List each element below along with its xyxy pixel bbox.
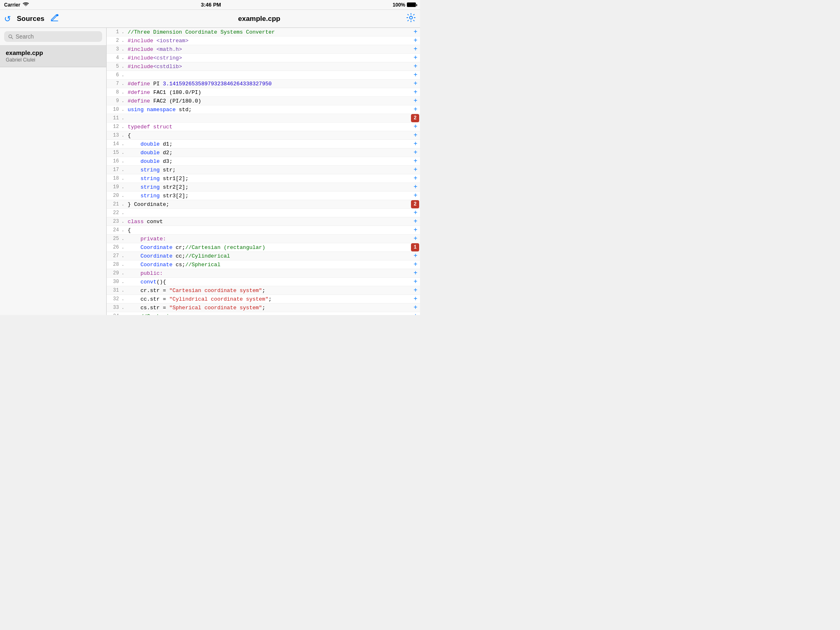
line-dot: . — [121, 176, 128, 181]
line-badge: 2 — [411, 114, 419, 122]
add-line-button[interactable]: + — [411, 252, 420, 260]
add-line-button[interactable]: + — [411, 209, 420, 217]
line-number: 27 — [107, 253, 121, 259]
line-content: using namespace std; — [128, 106, 411, 113]
code-line: 13.{+ — [107, 131, 420, 140]
add-line-button[interactable]: + — [411, 63, 420, 70]
annotate-button[interactable] — [50, 14, 59, 24]
line-number: 13 — [107, 132, 121, 139]
main-layout: example.cpp Gabriel Ciulei 1.//Three Dim… — [0, 28, 420, 315]
add-line-button[interactable]: + — [411, 71, 420, 79]
toolbar-left: ↺ Sources — [4, 14, 127, 24]
line-content: #define PI 3.141592653589793238462643383… — [128, 80, 411, 87]
line-dot: . — [121, 124, 128, 130]
battery-icon — [407, 2, 416, 7]
file-name: example.cpp — [6, 49, 100, 56]
line-dot: . — [121, 193, 128, 199]
svg-point-1 — [410, 16, 413, 19]
line-number: 30 — [107, 278, 121, 285]
line-dot: . — [121, 167, 128, 173]
code-line: 3.#include <math.h>+ — [107, 45, 420, 54]
add-line-button[interactable]: + — [411, 261, 420, 268]
add-line-button[interactable]: + — [411, 175, 420, 182]
line-number: 26 — [107, 244, 121, 251]
add-line-button[interactable]: + — [411, 149, 420, 156]
line-content: #define FAC2 (PI/180.0) — [128, 98, 411, 105]
add-line-button[interactable]: + — [411, 304, 420, 311]
add-line-button[interactable]: + — [411, 158, 420, 165]
code-line: 10.using namespace std;+ — [107, 105, 420, 114]
add-line-button[interactable]: + — [411, 183, 420, 191]
line-content: private: — [128, 235, 411, 242]
line-content: //Three Dimension Coordinate Systems Con… — [128, 29, 411, 36]
line-number: 16 — [107, 158, 121, 164]
add-line-button[interactable]: 2 — [411, 200, 420, 208]
add-line-button[interactable]: + — [411, 54, 420, 62]
line-content: Coordinate cr;//Cartesian (rectangular) — [128, 244, 411, 251]
add-line-button[interactable]: + — [411, 106, 420, 113]
line-dot: . — [121, 158, 128, 164]
line-dot: . — [121, 219, 128, 224]
line-content: #include<cstring> — [128, 55, 411, 62]
add-line-button[interactable]: 2 — [411, 114, 420, 122]
line-content: } Coordinate; — [128, 201, 411, 208]
line-number: 2 — [107, 37, 121, 44]
line-content: string str1[2]; — [128, 175, 411, 182]
add-line-button[interactable]: + — [411, 28, 420, 36]
add-line-button[interactable]: + — [411, 295, 420, 303]
add-line-button[interactable]: + — [411, 287, 420, 294]
line-dot: . — [121, 270, 128, 276]
code-line: 21.} Coordinate;2 — [107, 200, 420, 209]
add-line-button[interactable]: + — [411, 89, 420, 96]
code-line: 32. cc.str = "Cylindrical coordinate sys… — [107, 295, 420, 304]
line-dot: . — [121, 210, 128, 216]
status-bar: Carrier 3:46 PM 100% — [0, 0, 420, 10]
add-line-button[interactable]: + — [411, 192, 420, 199]
line-dot: . — [121, 313, 128, 315]
settings-button[interactable] — [406, 13, 416, 25]
line-dot: . — [121, 244, 128, 250]
code-line: 9.#define FAC2 (PI/180.0)+ — [107, 97, 420, 105]
line-number: 6 — [107, 72, 121, 78]
add-line-button[interactable]: + — [411, 46, 420, 53]
add-line-button[interactable]: + — [411, 226, 420, 234]
add-line-button[interactable]: + — [411, 313, 420, 315]
code-line: 26. Coordinate cr;//Cartesian (rectangul… — [107, 243, 420, 252]
line-number: 11 — [107, 115, 121, 121]
line-content: double d2; — [128, 149, 411, 156]
line-content: string str; — [128, 167, 411, 173]
add-line-button[interactable]: 1 — [411, 243, 420, 251]
add-line-button[interactable]: + — [411, 166, 420, 173]
code-line: 23.class convt+ — [107, 217, 420, 226]
add-line-button[interactable]: + — [411, 97, 420, 105]
line-dot: . — [121, 46, 128, 52]
add-line-button[interactable]: + — [411, 235, 420, 242]
line-content — [128, 212, 411, 213]
add-line-button[interactable]: + — [411, 37, 420, 44]
add-line-button[interactable]: + — [411, 278, 420, 285]
code-line: 7.#define PI 3.1415926535897932384626433… — [107, 80, 420, 88]
line-dot: . — [121, 55, 128, 61]
line-dot: . — [121, 288, 128, 293]
refresh-button[interactable]: ↺ — [4, 14, 11, 24]
add-line-button[interactable]: + — [411, 218, 420, 225]
line-number: 8 — [107, 89, 121, 96]
line-dot: . — [121, 64, 128, 69]
code-line: 12.typedef struct+ — [107, 123, 420, 131]
search-box[interactable] — [4, 31, 102, 42]
search-input[interactable] — [16, 33, 98, 40]
add-line-button[interactable]: + — [411, 80, 420, 87]
file-item[interactable]: example.cpp Gabriel Ciulei — [0, 45, 106, 67]
svg-line-3 — [11, 37, 13, 39]
line-dot: . — [121, 253, 128, 259]
file-title: example.cpp — [127, 15, 391, 23]
add-line-button[interactable]: + — [411, 132, 420, 139]
add-line-button[interactable]: + — [411, 269, 420, 277]
line-number: 5 — [107, 63, 121, 70]
line-dot: . — [121, 184, 128, 190]
line-number: 31 — [107, 287, 121, 294]
add-line-button[interactable]: + — [411, 140, 420, 148]
code-line: 30. convt(){+ — [107, 278, 420, 286]
add-line-button[interactable]: + — [411, 123, 420, 130]
code-line: 6.+ — [107, 71, 420, 80]
